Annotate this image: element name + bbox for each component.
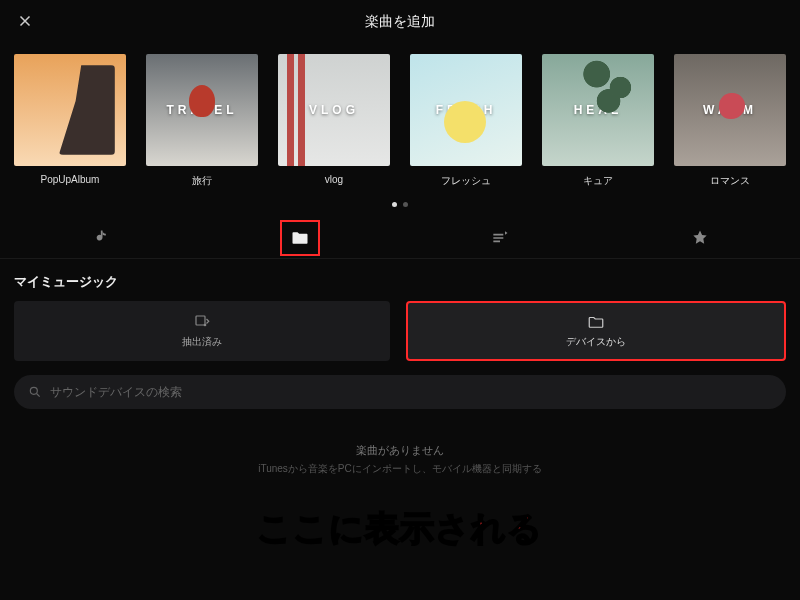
device-folder-icon <box>587 313 605 331</box>
subtab-extracted[interactable]: 抽出済み <box>14 301 390 361</box>
svg-rect-0 <box>196 316 205 325</box>
pager-dots <box>0 196 800 217</box>
close-icon <box>16 12 34 30</box>
subtab-label: 抽出済み <box>182 335 222 349</box>
tab-tiktok[interactable] <box>0 220 200 256</box>
search-input[interactable] <box>50 385 772 399</box>
extract-icon <box>193 313 211 331</box>
svg-point-1 <box>204 324 206 326</box>
category-item[interactable]: PopUpAlbum <box>14 54 126 188</box>
section-title: マイミュージック <box>0 259 800 301</box>
category-item[interactable]: TRAVEL 旅行 <box>146 54 258 188</box>
music-note-icon <box>90 228 110 248</box>
search-icon <box>28 385 42 399</box>
tab-playlist[interactable] <box>400 220 600 256</box>
sub-tabs: 抽出済み デバイスから <box>0 301 800 361</box>
header: 楽曲を追加 <box>0 0 800 44</box>
category-row: PopUpAlbum TRAVEL 旅行 VLOG vlog FRESH フレッ… <box>0 44 800 196</box>
empty-title: 楽曲がありません <box>0 441 800 460</box>
empty-state: 楽曲がありません iTunesから音楽をPCにインポートし、モバイル機器と同期す… <box>0 423 800 495</box>
subtab-label: デバイスから <box>566 335 626 349</box>
page-title: 楽曲を追加 <box>365 13 435 31</box>
category-label: vlog <box>325 174 343 185</box>
category-label: 旅行 <box>192 174 212 188</box>
category-label: キュア <box>583 174 613 188</box>
tab-favorites[interactable] <box>600 220 800 256</box>
pager-dot[interactable] <box>403 202 408 207</box>
star-icon <box>690 228 710 248</box>
category-thumb: HEAL <box>542 54 654 166</box>
category-thumb: TRAVEL <box>146 54 258 166</box>
tab-folder[interactable] <box>200 220 400 256</box>
source-tabs <box>0 217 800 259</box>
annotation-overlay: ここに表示される <box>0 506 800 552</box>
svg-point-2 <box>30 387 37 394</box>
empty-sub: iTunesから音楽をPCにインポートし、モバイル機器と同期する <box>0 460 800 477</box>
category-label: フレッシュ <box>441 174 491 188</box>
close-button[interactable] <box>16 12 36 32</box>
category-label: ロマンス <box>710 174 750 188</box>
category-item[interactable]: VLOG vlog <box>278 54 390 188</box>
category-item[interactable]: FRESH フレッシュ <box>410 54 522 188</box>
search-bar[interactable] <box>14 375 786 409</box>
category-thumb: FRESH <box>410 54 522 166</box>
folder-icon <box>290 228 310 248</box>
category-thumb: VLOG <box>278 54 390 166</box>
playlist-icon <box>490 228 510 248</box>
category-thumb <box>14 54 126 166</box>
subtab-device[interactable]: デバイスから <box>406 301 786 361</box>
category-label: PopUpAlbum <box>41 174 100 185</box>
category-item[interactable]: WARM ロマンス <box>674 54 786 188</box>
category-item[interactable]: HEAL キュア <box>542 54 654 188</box>
pager-dot[interactable] <box>392 202 397 207</box>
category-thumb: WARM <box>674 54 786 166</box>
